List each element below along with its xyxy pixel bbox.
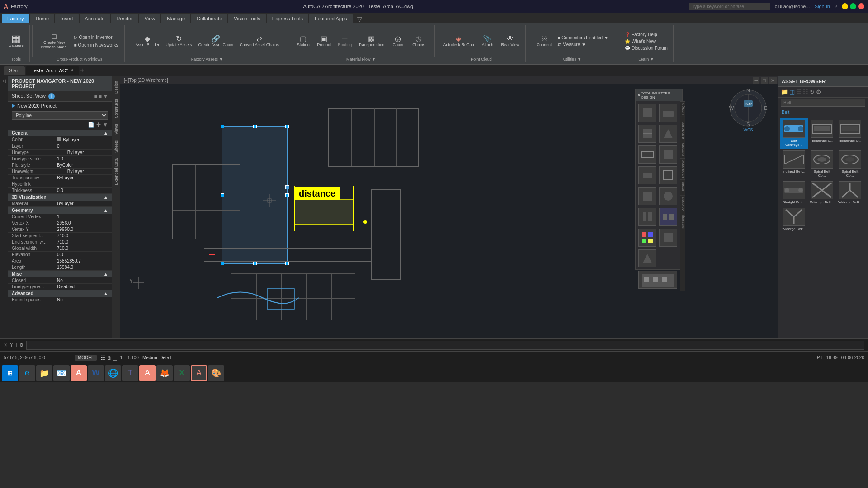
word-btn[interactable]: W bbox=[88, 365, 104, 381]
tab-vision-tools[interactable]: Vision Tools bbox=[228, 14, 265, 23]
transportation-btn[interactable]: ▩ Transportation bbox=[356, 34, 387, 48]
chains-btn[interactable]: ◷ Chains bbox=[409, 34, 428, 48]
update-assets-btn[interactable]: ↻ Update Assets bbox=[164, 34, 194, 48]
tp-item-building[interactable] bbox=[638, 271, 677, 289]
tab-express-tools[interactable]: Express Tools bbox=[267, 14, 308, 23]
new-tab-btn[interactable]: + bbox=[80, 66, 84, 75]
tp-item-8[interactable] bbox=[659, 166, 677, 184]
measure-btn[interactable]: ⇵ Measure ▼ bbox=[556, 42, 610, 47]
tab-file[interactable]: Teste_Arch_AC* ✕ bbox=[26, 66, 79, 75]
tp-tab-design[interactable]: Design bbox=[680, 101, 685, 117]
prop-btn2[interactable]: ✚ bbox=[96, 122, 101, 128]
canvas-close-btn[interactable]: ✕ bbox=[769, 77, 777, 84]
ab-refresh-btn[interactable]: ↻ bbox=[810, 89, 815, 95]
design-side-tab[interactable]: Design bbox=[113, 78, 119, 96]
tp-tab-roombook[interactable]: Roombook bbox=[680, 158, 685, 180]
tp-item-color[interactable] bbox=[638, 229, 656, 247]
convert-asset-chains-btn[interactable]: ⇄ Convert Asset Chains bbox=[237, 34, 281, 48]
palettes-btn[interactable]: ▦ Palettes bbox=[6, 33, 26, 50]
asset-spiral-belt-co2[interactable]: Spiral Belt Co... bbox=[836, 149, 864, 179]
attach-btn[interactable]: 📎 Attach bbox=[478, 34, 497, 48]
chain-btn[interactable]: ◶ Chain bbox=[388, 34, 407, 48]
advanced-toggle[interactable]: ▲ bbox=[104, 291, 108, 296]
app-menu-factory[interactable]: Factory bbox=[11, 4, 28, 9]
routing-btn[interactable]: ─ Routing bbox=[335, 34, 354, 48]
cmd-input[interactable] bbox=[26, 341, 864, 350]
asset-straight-belt[interactable]: Straight Belt... bbox=[780, 179, 808, 206]
ribbon-pin[interactable]: ▽ bbox=[354, 14, 366, 23]
canvas-restore-btn[interactable]: □ bbox=[761, 77, 768, 84]
search-input[interactable] bbox=[689, 3, 770, 10]
sheet-set-btn1[interactable]: ■ bbox=[94, 94, 98, 99]
tab-render[interactable]: Render bbox=[111, 14, 138, 23]
extended-data-side-tab[interactable]: Extended Data bbox=[113, 155, 119, 188]
tp-close-x[interactable]: ✕ bbox=[637, 93, 641, 98]
misc-toggle[interactable]: ▲ bbox=[104, 272, 108, 277]
help-btn[interactable]: ? bbox=[835, 4, 837, 9]
tab-start[interactable]: Start bbox=[4, 66, 25, 75]
discussion-forum-btn[interactable]: 💬 Discussion Forum bbox=[623, 45, 670, 51]
start-menu-btn[interactable]: ⊞ bbox=[2, 365, 18, 381]
tab-insert[interactable]: Insert bbox=[55, 14, 79, 23]
handle-tm[interactable] bbox=[253, 125, 257, 128]
tab-view[interactable]: View bbox=[139, 14, 161, 23]
cmd-gear-icon[interactable]: ⚙ bbox=[19, 343, 24, 347]
tp-item-11[interactable] bbox=[638, 208, 656, 226]
tp-tab-massing[interactable]: Massing bbox=[680, 213, 685, 230]
asset-ymerge-belt1[interactable]: Y-Merge Belt... bbox=[836, 179, 864, 206]
tp-tab-materials[interactable]: Materials bbox=[680, 195, 685, 213]
3d-viz-header[interactable]: 3D Visualization ▲ bbox=[8, 194, 112, 201]
handle-tr[interactable] bbox=[285, 125, 289, 128]
tp-item-14[interactable] bbox=[638, 249, 656, 267]
handle-bm[interactable] bbox=[253, 262, 257, 265]
tab-featured-apps[interactable]: Featured Apps bbox=[309, 14, 353, 23]
create-asset-chain-btn[interactable]: 🔗 Create Asset Chain bbox=[196, 34, 236, 48]
autodesk-recap-btn[interactable]: ◈ Autodesk ReCap bbox=[441, 34, 476, 48]
product-btn[interactable]: ▣ Product bbox=[315, 34, 334, 48]
tab-annotate[interactable]: Annotate bbox=[80, 14, 110, 23]
sign-in-btn[interactable]: Sign In bbox=[815, 4, 830, 9]
station-btn[interactable]: ▢ Station bbox=[294, 34, 313, 48]
prop-btn3[interactable]: ▼ bbox=[103, 122, 108, 128]
detail-label[interactable]: Medium Detail bbox=[142, 355, 171, 360]
general-toggle[interactable]: ▲ bbox=[104, 131, 108, 136]
tp-item-7[interactable] bbox=[638, 166, 656, 184]
connect-btn[interactable]: ♾ Connect bbox=[534, 34, 554, 48]
open-inventor-btn[interactable]: ▷ Open in Inventor bbox=[72, 34, 121, 41]
asset-spiral-belt-co1[interactable]: Spiral Belt Co... bbox=[808, 149, 836, 179]
handle-mr[interactable] bbox=[285, 193, 289, 197]
measure-dropdown[interactable]: ▼ bbox=[581, 42, 586, 47]
real-view-btn[interactable]: 👁 Real View bbox=[499, 34, 521, 48]
grid-icon[interactable]: ☷ bbox=[100, 355, 105, 361]
tab-home[interactable]: Home bbox=[30, 14, 54, 23]
ie-btn[interactable]: e bbox=[19, 365, 35, 381]
close-btn[interactable] bbox=[858, 3, 864, 9]
tp-item-13[interactable] bbox=[659, 229, 677, 247]
ab-settings-btn[interactable]: ⚙ bbox=[816, 89, 821, 95]
asset-inclined-belt[interactable]: Inclined Belt... bbox=[780, 149, 808, 179]
factory-help-btn[interactable]: ❓ Factory Help bbox=[623, 32, 670, 38]
tp-item-5[interactable] bbox=[638, 145, 656, 164]
tp-tab-annotation[interactable]: Annotation... bbox=[680, 117, 685, 141]
advanced-header[interactable]: Advanced ▲ bbox=[8, 290, 112, 297]
model-btn[interactable]: MODEL bbox=[75, 355, 97, 361]
tp-tab-interiors[interactable]: Interiors bbox=[680, 141, 685, 158]
asset-ymerge-belt2[interactable]: Y-Merge Belt... bbox=[780, 206, 808, 233]
tp-item-2[interactable] bbox=[659, 104, 677, 122]
tp-item-1[interactable] bbox=[638, 104, 656, 122]
prop-btn1[interactable]: 📄 bbox=[88, 122, 94, 128]
handle-tl[interactable] bbox=[221, 125, 224, 128]
zoom-value[interactable]: 1:100 bbox=[127, 355, 139, 360]
excel-btn[interactable]: X bbox=[174, 365, 190, 381]
tab-close-btn[interactable]: ✕ bbox=[70, 68, 74, 73]
open-navisworks-btn[interactable]: ■ Open in Navisworks bbox=[72, 42, 121, 48]
geometry-toggle[interactable]: ▲ bbox=[104, 208, 108, 213]
asset-horiz-c2[interactable]: Horizontal C... bbox=[836, 118, 864, 149]
tab-factory[interactable]: Factory bbox=[2, 14, 29, 23]
app7-btn[interactable]: 🎨 bbox=[208, 365, 224, 381]
whats-new-btn[interactable]: ⭐ What's New bbox=[623, 38, 670, 44]
asset-belt-conveyor[interactable]: Belt Conveyo... bbox=[780, 118, 808, 149]
sheet-set-btn2[interactable]: ■ bbox=[99, 94, 102, 99]
tp-item-10[interactable] bbox=[659, 187, 677, 205]
maximize-btn[interactable] bbox=[850, 3, 856, 9]
